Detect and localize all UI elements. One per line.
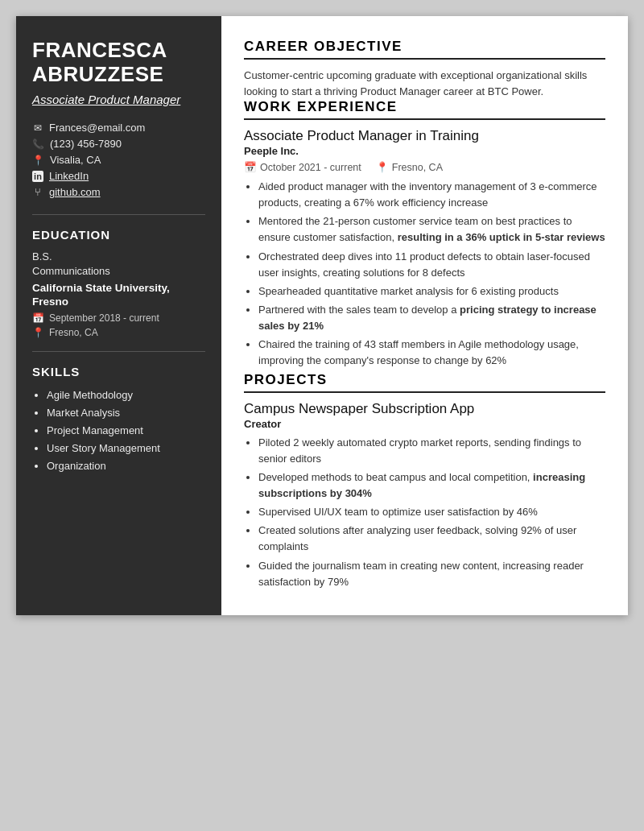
list-item: Developed methods to beat campus and loc…	[258, 469, 605, 502]
career-objective-title: CAREER OBJECTIVE	[244, 39, 605, 60]
list-item: User Story Management	[47, 440, 205, 457]
calendar-icon: 📅	[32, 312, 44, 324]
resume-container: FRANCESCA ABRUZZESE Associate Product Ma…	[16, 16, 628, 615]
list-item: Project Management	[47, 422, 205, 440]
sidebar: FRANCESCA ABRUZZESE Associate Product Ma…	[16, 16, 221, 615]
job-meta: 📅 October 2021 - current 📍 Fresno, CA	[244, 161, 605, 173]
edu-institution: California State University, Fresno	[32, 281, 205, 309]
project-bullets: Piloted 2 weekly automated crypto market…	[244, 435, 605, 590]
work-experience-section: WORK EXPERIENCE Associate Product Manage…	[244, 99, 605, 370]
contact-email: ✉ Frances@email.com	[32, 122, 205, 134]
career-objective-section: CAREER OBJECTIVE Customer-centric upcomi…	[244, 39, 605, 99]
email-icon: ✉	[32, 122, 43, 134]
main-content: CAREER OBJECTIVE Customer-centric upcomi…	[221, 16, 628, 615]
list-item: Created solutions after analyzing user f…	[258, 523, 605, 555]
list-item: Aided product manager with the inventory…	[258, 179, 605, 211]
location-pin-icon: 📍	[32, 327, 44, 338]
contact-location: 📍 Visalia, CA	[32, 154, 205, 166]
calendar-icon: 📅	[244, 161, 257, 173]
divider-skills	[32, 351, 205, 352]
list-item: Market Analysis	[47, 404, 205, 422]
job-date: 📅 October 2021 - current	[244, 161, 361, 173]
list-item: Orchestrated deep dives into 11 product …	[258, 249, 605, 281]
list-item: Organization	[47, 457, 205, 475]
skills-list: Agile Methodology Market Analysis Projec…	[32, 387, 205, 475]
contact-phone: 📞 (123) 456-7890	[32, 138, 205, 150]
github-icon: ⑂	[32, 186, 43, 198]
edu-degree: B.S.	[32, 250, 205, 264]
job-location: 📍 Fresno, CA	[376, 161, 443, 173]
project-title: Campus Newspaper Subscription App	[244, 401, 605, 417]
candidate-title: Associate Product Manager	[32, 92, 205, 108]
list-item: Agile Methodology	[47, 387, 205, 404]
list-item: Chaired the training of 43 staff members…	[258, 337, 605, 369]
project-role: Creator	[244, 418, 605, 430]
job-bullets: Aided product manager with the inventory…	[244, 179, 605, 370]
location-icon: 📍	[32, 155, 44, 166]
project-entry: Campus Newspaper Subscription App Creato…	[244, 401, 605, 590]
contact-github[interactable]: ⑂ github.com	[32, 186, 205, 198]
job-entry: Associate Product Manager in Training Pe…	[244, 128, 605, 370]
skills-section-title: SKILLS	[32, 365, 205, 378]
job-title: Associate Product Manager in Training	[244, 128, 605, 144]
phone-icon: 📞	[32, 138, 44, 150]
divider-education	[32, 214, 205, 215]
company-name: Peeple Inc.	[244, 145, 605, 157]
contact-linkedin[interactable]: in LinkedIn	[32, 170, 205, 182]
contact-section: ✉ Frances@email.com 📞 (123) 456-7890 📍 V…	[32, 122, 205, 198]
candidate-name: FRANCESCA ABRUZZESE	[32, 39, 205, 87]
location-icon: 📍	[376, 161, 389, 173]
list-item: Supervised UI/UX team to optimize user s…	[258, 504, 605, 520]
projects-section: PROJECTS Campus Newspaper Subscription A…	[244, 372, 605, 590]
linkedin-icon: in	[32, 171, 43, 182]
list-item: Partnered with the sales team to develop…	[258, 302, 605, 334]
list-item: Guided the journalism team in creating n…	[258, 558, 605, 590]
list-item: Spearheaded quantitative market analysis…	[258, 283, 605, 300]
work-experience-title: WORK EXPERIENCE	[244, 99, 605, 120]
projects-title: PROJECTS	[244, 372, 605, 393]
list-item: Piloted 2 weekly automated crypto market…	[258, 435, 605, 467]
edu-field: Communications	[32, 264, 205, 279]
list-item: Mentored the 21-person customer service …	[258, 213, 605, 246]
career-objective-text: Customer-centric upcoming graduate with …	[244, 68, 605, 99]
education-section-title: EDUCATION	[32, 228, 205, 242]
edu-date: 📅 September 2018 - current	[32, 312, 205, 324]
edu-location: 📍 Fresno, CA	[32, 327, 205, 338]
